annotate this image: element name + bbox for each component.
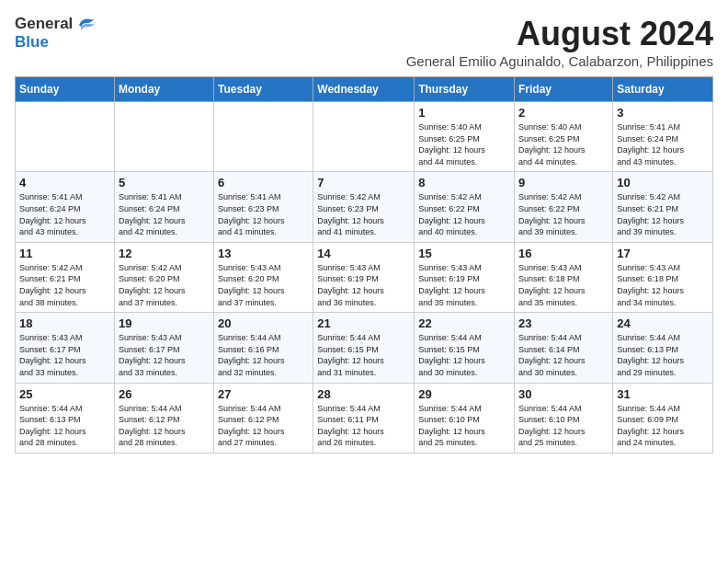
cell-sun-info: Sunrise: 5:40 AM Sunset: 6:25 PM Dayligh… — [518, 121, 609, 167]
cell-sun-info: Sunrise: 5:42 AM Sunset: 6:22 PM Dayligh… — [518, 191, 609, 237]
title-area: August 2024 General Emilio Aguinaldo, Ca… — [406, 15, 713, 69]
cell-sun-info: Sunrise: 5:42 AM Sunset: 6:21 PM Dayligh… — [617, 191, 709, 237]
calendar-cell: 29Sunrise: 5:44 AM Sunset: 6:10 PM Dayli… — [415, 383, 515, 453]
cell-sun-info: Sunrise: 5:44 AM Sunset: 6:13 PM Dayligh… — [617, 332, 709, 378]
day-number: 24 — [617, 316, 709, 330]
calendar-cell: 21Sunrise: 5:44 AM Sunset: 6:15 PM Dayli… — [313, 313, 415, 383]
cell-sun-info: Sunrise: 5:44 AM Sunset: 6:10 PM Dayligh… — [418, 403, 510, 449]
day-number: 20 — [218, 316, 309, 330]
day-number: 27 — [218, 387, 309, 401]
calendar-cell: 5Sunrise: 5:41 AM Sunset: 6:24 PM Daylig… — [114, 172, 213, 242]
day-number: 30 — [518, 387, 609, 401]
location-subtitle: General Emilio Aguinaldo, Calabarzon, Ph… — [406, 53, 713, 69]
calendar-cell: 10Sunrise: 5:42 AM Sunset: 6:21 PM Dayli… — [613, 172, 713, 242]
weekday-header-tuesday: Tuesday — [214, 77, 313, 102]
calendar-week-5: 25Sunrise: 5:44 AM Sunset: 6:13 PM Dayli… — [16, 383, 713, 453]
weekday-header-saturday: Saturday — [613, 77, 713, 102]
day-number: 12 — [119, 247, 210, 260]
cell-sun-info: Sunrise: 5:44 AM Sunset: 6:15 PM Dayligh… — [418, 332, 510, 378]
cell-sun-info: Sunrise: 5:41 AM Sunset: 6:24 PM Dayligh… — [119, 191, 210, 237]
cell-sun-info: Sunrise: 5:42 AM Sunset: 6:21 PM Dayligh… — [19, 262, 110, 308]
calendar-week-3: 11Sunrise: 5:42 AM Sunset: 6:21 PM Dayli… — [16, 242, 713, 312]
cell-sun-info: Sunrise: 5:41 AM Sunset: 6:23 PM Dayligh… — [218, 191, 309, 237]
day-number: 4 — [19, 176, 110, 190]
day-number: 2 — [518, 106, 609, 120]
calendar-cell: 25Sunrise: 5:44 AM Sunset: 6:13 PM Dayli… — [16, 383, 115, 453]
calendar-cell: 16Sunrise: 5:43 AM Sunset: 6:18 PM Dayli… — [515, 242, 613, 312]
day-number: 14 — [317, 247, 410, 260]
cell-sun-info: Sunrise: 5:44 AM Sunset: 6:11 PM Dayligh… — [317, 403, 410, 449]
calendar-cell — [313, 102, 415, 172]
calendar-cell — [16, 102, 115, 172]
day-number: 13 — [218, 247, 309, 260]
calendar-cell: 14Sunrise: 5:43 AM Sunset: 6:19 PM Dayli… — [313, 242, 415, 312]
calendar-cell: 8Sunrise: 5:42 AM Sunset: 6:22 PM Daylig… — [415, 172, 515, 242]
calendar-cell: 3Sunrise: 5:41 AM Sunset: 6:24 PM Daylig… — [613, 102, 713, 172]
weekday-header-friday: Friday — [515, 77, 613, 102]
cell-sun-info: Sunrise: 5:41 AM Sunset: 6:24 PM Dayligh… — [19, 191, 110, 237]
calendar-cell: 12Sunrise: 5:42 AM Sunset: 6:20 PM Dayli… — [114, 242, 213, 312]
calendar-cell: 31Sunrise: 5:44 AM Sunset: 6:09 PM Dayli… — [613, 383, 713, 453]
calendar-cell: 9Sunrise: 5:42 AM Sunset: 6:22 PM Daylig… — [515, 172, 613, 242]
day-number: 16 — [518, 247, 609, 260]
weekday-header-sunday: Sunday — [16, 77, 115, 102]
day-number: 21 — [317, 316, 410, 330]
cell-sun-info: Sunrise: 5:43 AM Sunset: 6:17 PM Dayligh… — [119, 332, 210, 378]
calendar-cell: 22Sunrise: 5:44 AM Sunset: 6:15 PM Dayli… — [415, 313, 515, 383]
logo-blue-text: Blue — [15, 33, 49, 51]
calendar-cell: 30Sunrise: 5:44 AM Sunset: 6:10 PM Dayli… — [515, 383, 613, 453]
calendar-week-4: 18Sunrise: 5:43 AM Sunset: 6:17 PM Dayli… — [16, 313, 713, 383]
calendar-cell: 15Sunrise: 5:43 AM Sunset: 6:19 PM Dayli… — [415, 242, 515, 312]
cell-sun-info: Sunrise: 5:42 AM Sunset: 6:22 PM Dayligh… — [418, 191, 510, 237]
day-number: 26 — [119, 387, 210, 401]
month-year-title: August 2024 — [406, 15, 713, 53]
weekday-header-monday: Monday — [114, 77, 213, 102]
logo-bird-icon — [75, 16, 96, 32]
day-number: 25 — [19, 387, 110, 401]
calendar-cell: 23Sunrise: 5:44 AM Sunset: 6:14 PM Dayli… — [515, 313, 613, 383]
day-number: 11 — [19, 247, 110, 260]
calendar-cell — [114, 102, 213, 172]
calendar-cell: 13Sunrise: 5:43 AM Sunset: 6:20 PM Dayli… — [214, 242, 313, 312]
weekday-header-thursday: Thursday — [415, 77, 515, 102]
day-number: 23 — [518, 316, 609, 330]
day-number: 10 — [617, 176, 709, 190]
cell-sun-info: Sunrise: 5:43 AM Sunset: 6:19 PM Dayligh… — [317, 262, 410, 308]
calendar-cell: 2Sunrise: 5:40 AM Sunset: 6:25 PM Daylig… — [515, 102, 613, 172]
day-number: 19 — [119, 316, 210, 330]
weekday-header-wednesday: Wednesday — [313, 77, 415, 102]
logo-general-text: General — [15, 15, 73, 33]
day-number: 8 — [418, 176, 510, 190]
cell-sun-info: Sunrise: 5:43 AM Sunset: 6:20 PM Dayligh… — [218, 262, 309, 308]
cell-sun-info: Sunrise: 5:41 AM Sunset: 6:24 PM Dayligh… — [617, 121, 709, 167]
calendar-week-1: 1Sunrise: 5:40 AM Sunset: 6:25 PM Daylig… — [16, 102, 713, 172]
cell-sun-info: Sunrise: 5:44 AM Sunset: 6:10 PM Dayligh… — [518, 403, 609, 449]
cell-sun-info: Sunrise: 5:43 AM Sunset: 6:18 PM Dayligh… — [617, 262, 709, 308]
calendar-cell: 18Sunrise: 5:43 AM Sunset: 6:17 PM Dayli… — [16, 313, 115, 383]
day-number: 6 — [218, 176, 309, 190]
day-number: 15 — [418, 247, 510, 260]
calendar-cell: 4Sunrise: 5:41 AM Sunset: 6:24 PM Daylig… — [16, 172, 115, 242]
calendar-cell: 6Sunrise: 5:41 AM Sunset: 6:23 PM Daylig… — [214, 172, 313, 242]
day-number: 31 — [617, 387, 709, 401]
cell-sun-info: Sunrise: 5:44 AM Sunset: 6:13 PM Dayligh… — [19, 403, 110, 449]
cell-sun-info: Sunrise: 5:44 AM Sunset: 6:16 PM Dayligh… — [218, 332, 309, 378]
day-number: 7 — [317, 176, 410, 190]
cell-sun-info: Sunrise: 5:44 AM Sunset: 6:12 PM Dayligh… — [218, 403, 309, 449]
weekday-header-row: SundayMondayTuesdayWednesdayThursdayFrid… — [16, 77, 713, 102]
calendar-cell — [214, 102, 313, 172]
day-number: 17 — [617, 247, 709, 260]
cell-sun-info: Sunrise: 5:42 AM Sunset: 6:23 PM Dayligh… — [317, 191, 410, 237]
calendar-week-2: 4Sunrise: 5:41 AM Sunset: 6:24 PM Daylig… — [16, 172, 713, 242]
day-number: 22 — [418, 316, 510, 330]
cell-sun-info: Sunrise: 5:44 AM Sunset: 6:12 PM Dayligh… — [119, 403, 210, 449]
calendar-cell: 19Sunrise: 5:43 AM Sunset: 6:17 PM Dayli… — [114, 313, 213, 383]
page-header: General Blue August 2024 General Emilio … — [15, 15, 713, 69]
day-number: 18 — [19, 316, 110, 330]
day-number: 5 — [119, 176, 210, 190]
cell-sun-info: Sunrise: 5:43 AM Sunset: 6:18 PM Dayligh… — [518, 262, 609, 308]
day-number: 1 — [418, 106, 510, 120]
cell-sun-info: Sunrise: 5:43 AM Sunset: 6:19 PM Dayligh… — [418, 262, 510, 308]
cell-sun-info: Sunrise: 5:44 AM Sunset: 6:09 PM Dayligh… — [617, 403, 709, 449]
cell-sun-info: Sunrise: 5:44 AM Sunset: 6:14 PM Dayligh… — [518, 332, 609, 378]
